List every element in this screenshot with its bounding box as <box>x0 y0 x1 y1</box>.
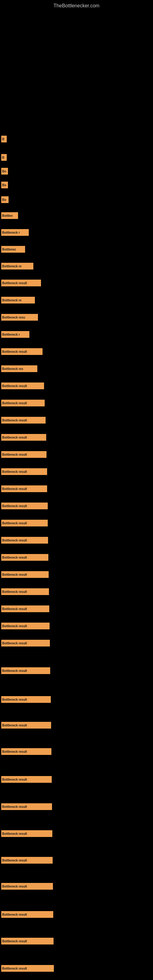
bar-item: Bottleneck result <box>1 667 50 674</box>
bar-item: Bottleneck result <box>1 640 50 646</box>
bar-item: Bottleneck result <box>1 280 41 286</box>
bar-item: Bottleneck result <box>1 857 53 864</box>
bar-label: Bottleneck re <box>2 265 21 268</box>
bar-item: Bottleneck result <box>1 588 49 595</box>
bar-item: Bottleneck result <box>1 485 47 492</box>
bar-label: Bottleneck result <box>2 885 27 888</box>
bar-item: Bottleneck result <box>1 883 53 890</box>
bar-label: Bottleneck result <box>2 805 27 808</box>
bar-label: Bottleneck result <box>2 698 27 701</box>
bar-item: Bottleneck result <box>1 382 44 389</box>
bar-item: Bottleneck result <box>1 776 52 783</box>
bar-label: Bottleneck r <box>2 231 20 234</box>
bar-label: Bottleneck result <box>2 436 27 439</box>
bar-label: Bottleneck result <box>2 778 27 781</box>
bar-item: Bottleneck result <box>1 830 52 837</box>
bar-item: Bottleneck resu <box>1 314 38 321</box>
bar-label: Bottleneck result <box>2 590 27 593</box>
bar-item: Bottlenec <box>1 246 25 253</box>
bar-item: Bottleneck res <box>1 365 37 372</box>
bar-label: Bottleneck result <box>2 539 27 542</box>
bar-label: Bottleneck result <box>2 487 27 491</box>
bar-item: Bo <box>1 181 8 188</box>
bar-item: Bottleneck r <box>1 229 29 236</box>
bar-label: Bottleneck result <box>2 453 27 456</box>
bar-item: Bottleneck result <box>1 623 49 629</box>
bar-label: B <box>2 156 4 159</box>
bar-item: Bottleneck re <box>1 263 33 269</box>
bar-label: Bottleneck result <box>2 624 27 628</box>
bar-label: Bo <box>2 198 6 202</box>
bar-item: Bottleneck result <box>1 571 49 578</box>
bar-item: Bottleneck result <box>1 605 49 612</box>
bar-label: Bottleneck result <box>2 940 27 943</box>
bar-label: Bottleneck result <box>2 913 27 916</box>
bar-label: Bottleneck res <box>2 367 23 371</box>
bar-item: Bottlen <box>1 212 18 219</box>
bar-label: Bottleneck result <box>2 470 27 474</box>
bar-item: Bottleneck result <box>1 503 48 509</box>
bar-item: Bottleneck result <box>1 696 51 703</box>
bar-label: Bottleneck result <box>2 522 27 525</box>
bar-item: Bottleneck r <box>1 331 29 338</box>
bar-label: Bottlenec <box>2 248 16 251</box>
bar-label: Bottleneck result <box>2 859 27 862</box>
bar-item: Bottleneck result <box>1 348 43 355</box>
bar-item: Bottleneck result <box>1 468 47 475</box>
bar-label: Bottleneck result <box>2 669 27 673</box>
site-title: TheBottlenecker.com <box>0 0 153 10</box>
bar-label: Bottleneck re <box>2 299 21 302</box>
bar-label: Bottleneck result <box>2 724 27 727</box>
bar-label: Bottleneck result <box>2 282 27 285</box>
bar-item: Bottleneck result <box>1 722 51 729</box>
bar-label: Bottleneck result <box>2 350 27 353</box>
bar-label: Bottleneck resu <box>2 316 25 319</box>
bar-label: Bottleneck result <box>2 556 27 559</box>
bar-item: Bottleneck result <box>1 537 48 544</box>
bar-label: Bo <box>2 170 6 173</box>
bar-label: Bottleneck result <box>2 832 27 835</box>
bar-label: Bottleneck result <box>2 750 27 753</box>
bar-label: Bottleneck result <box>2 504 27 508</box>
bar-item: Bottleneck result <box>1 451 46 458</box>
bar-item: Bottleneck result <box>1 911 53 918</box>
bar-item: Bottleneck result <box>1 434 46 441</box>
bar-item: Bo <box>1 196 9 203</box>
bar-item: Bottleneck result <box>1 520 48 527</box>
bar-item: B <box>1 136 7 142</box>
bar-item: Bottleneck result <box>1 965 54 972</box>
bar-label: Bo <box>2 183 6 187</box>
bar-label: Bottleneck result <box>2 401 27 405</box>
bar-label: B <box>2 137 4 141</box>
bar-label: Bottleneck r <box>2 333 20 336</box>
bar-label: Bottleneck result <box>2 573 27 576</box>
bar-label: Bottleneck result <box>2 418 27 422</box>
bar-item: Bottleneck result <box>1 417 46 423</box>
bar-item: Bottleneck result <box>1 554 48 561</box>
bar-label: Bottleneck result <box>2 641 27 645</box>
bar-item: Bo <box>1 168 8 175</box>
bar-item: Bottleneck result <box>1 938 54 945</box>
bar-label: Bottlen <box>2 214 13 218</box>
bar-item: B <box>1 154 7 161</box>
bar-item: Bottleneck result <box>1 748 51 755</box>
bar-item: Bottleneck re <box>1 297 35 304</box>
bar-label: Bottleneck result <box>2 967 27 970</box>
bar-item: Bottleneck result <box>1 400 45 406</box>
bar-label: Bottleneck result <box>2 607 27 611</box>
bar-item: Bottleneck result <box>1 803 52 810</box>
bar-label: Bottleneck result <box>2 384 27 388</box>
